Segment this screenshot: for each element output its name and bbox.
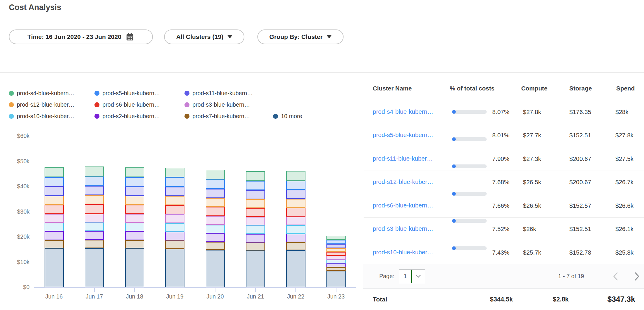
bar-segment-prod-s7-blue-kubern[interactable] — [326, 267, 346, 271]
bar-segment-prod-s6-blue-kubern[interactable] — [326, 252, 346, 256]
bar-segment-prod-s2-blue-kubern[interactable] — [125, 231, 144, 240]
bar-segment-prod-s4-blue-kubern[interactable] — [246, 171, 265, 181]
bar-segment-prod-s3-blue-kubern[interactable] — [165, 214, 184, 223]
legend-item-prod-s6-blue-kubern[interactable]: prod-s6-blue-kubern… — [94, 101, 160, 108]
bar-segment-prod-s10-blue-kuber[interactable] — [326, 260, 346, 263]
bar-segment-prod-s10-blue-kuber[interactable] — [125, 223, 144, 231]
bar-segment-prod-s6-blue-kubern[interactable] — [85, 204, 104, 214]
bar-segment-prod-s12-blue-kuber[interactable] — [246, 199, 265, 208]
bar-segment-prod-s5-blue-kubern[interactable] — [206, 179, 225, 189]
legend-item-prod-s2-blue-kubern[interactable]: prod-s2-blue-kubern… — [94, 112, 160, 120]
cluster-link-prod-s5-blue-kubern[interactable]: prod-s5-blue-kubern… — [373, 131, 433, 138]
bar-segment-prod-s10-blue-kuber[interactable] — [206, 225, 225, 233]
bar-segment-prod-s6-blue-kubern[interactable] — [165, 205, 184, 214]
chevron-right-icon[interactable] — [633, 271, 641, 281]
bar-segment-prod-s6-blue-kubern[interactable] — [45, 205, 64, 214]
legend-item-prod-s5-blue-kubern[interactable]: prod-s5-blue-kubern… — [94, 89, 160, 97]
page-select[interactable]: 1 — [399, 269, 425, 283]
cluster-link-prod-s6-blue-kubern[interactable]: prod-s6-blue-kubern… — [373, 202, 433, 209]
cluster-link-prod-s4-blue-kubern[interactable]: prod-s4-blue-kubern… — [373, 108, 433, 115]
bar-segment-prod-s4-blue-kubern[interactable] — [125, 167, 144, 177]
bar-segment-10-more[interactable] — [125, 248, 144, 287]
bar-segment-prod-s12-blue-kuber[interactable] — [206, 198, 225, 207]
bar-segment-prod-s5-blue-kubern[interactable] — [286, 181, 305, 190]
bar-segment-prod-s2-blue-kubern[interactable] — [246, 234, 265, 243]
bar-segment-prod-s11-blue-kubern[interactable] — [165, 187, 184, 196]
bar-segment-prod-s10-blue-kuber[interactable] — [165, 223, 184, 232]
bar-segment-prod-s11-blue-kubern[interactable] — [286, 190, 305, 199]
bar-segment-prod-s7-blue-kubern[interactable] — [125, 240, 144, 248]
bar-segment-prod-s3-blue-kubern[interactable] — [246, 217, 265, 225]
bar-segment-prod-s5-blue-kubern[interactable] — [85, 177, 104, 186]
group-by-dropdown[interactable]: Group By: Cluster — [257, 29, 344, 44]
bar-segment-prod-s3-blue-kubern[interactable] — [125, 214, 144, 223]
bar-segment-prod-s12-blue-kuber[interactable] — [125, 196, 144, 205]
legend-item-10-more[interactable]: 10 more — [273, 112, 302, 120]
bar-segment-prod-s3-blue-kubern[interactable] — [85, 214, 104, 222]
bar-segment-prod-s6-blue-kubern[interactable] — [286, 208, 305, 217]
bar-segment-prod-s10-blue-kuber[interactable] — [246, 225, 265, 234]
bar-segment-prod-s5-blue-kubern[interactable] — [165, 177, 184, 187]
bar-segment-prod-s4-blue-kubern[interactable] — [206, 170, 225, 179]
bar-segment-prod-s10-blue-kuber[interactable] — [286, 225, 305, 234]
cluster-link-prod-s11-blue-kuber[interactable]: prod-s11-blue-kuber… — [373, 155, 433, 162]
bar-segment-prod-s7-blue-kubern[interactable] — [246, 243, 265, 250]
bar-segment-prod-s2-blue-kubern[interactable] — [45, 231, 64, 240]
bar-segment-prod-s4-blue-kubern[interactable] — [326, 236, 346, 240]
bar-segment-prod-s12-blue-kuber[interactable] — [85, 195, 104, 204]
bar-segment-prod-s11-blue-kubern[interactable] — [206, 189, 225, 198]
legend-item-prod-s11-blue-kubern[interactable]: prod-s11-blue-kubern… — [184, 89, 253, 97]
bar-segment-prod-s12-blue-kuber[interactable] — [286, 199, 305, 208]
bar-segment-prod-s11-blue-kubern[interactable] — [326, 244, 346, 248]
bar-segment-prod-s7-blue-kubern[interactable] — [85, 240, 104, 248]
bar-segment-prod-s11-blue-kubern[interactable] — [125, 187, 144, 196]
bar-segment-prod-s2-blue-kubern[interactable] — [85, 231, 104, 240]
clusters-filter-dropdown[interactable]: All Clusters (19) — [164, 29, 244, 44]
bar-segment-prod-s12-blue-kuber[interactable] — [165, 196, 184, 205]
bar-segment-prod-s12-blue-kuber[interactable] — [326, 248, 346, 252]
bar-segment-prod-s11-blue-kubern[interactable] — [246, 190, 265, 199]
bar-segment-prod-s11-blue-kubern[interactable] — [45, 186, 64, 196]
bar-segment-prod-s3-blue-kubern[interactable] — [286, 217, 305, 225]
bar-segment-prod-s4-blue-kubern[interactable] — [45, 167, 64, 177]
legend-item-prod-s3-blue-kubern[interactable]: prod-s3-blue-kubern… — [184, 101, 250, 108]
bar-segment-prod-s2-blue-kubern[interactable] — [286, 234, 305, 242]
bar-segment-prod-s4-blue-kubern[interactable] — [286, 171, 305, 180]
bar-segment-prod-s10-blue-kuber[interactable] — [45, 223, 64, 231]
bar-segment-10-more[interactable] — [85, 248, 104, 287]
bar-segment-prod-s5-blue-kubern[interactable] — [246, 181, 265, 190]
legend-item-prod-s7-blue-kubern[interactable]: prod-s7-blue-kubern… — [184, 112, 250, 120]
cluster-link-prod-s10-blue-kuber[interactable]: prod-s10-blue-kuber… — [373, 249, 433, 256]
bar-segment-prod-s3-blue-kubern[interactable] — [326, 256, 346, 260]
bar-segment-prod-s4-blue-kubern[interactable] — [165, 168, 184, 177]
bar-segment-prod-s6-blue-kubern[interactable] — [125, 205, 144, 214]
bar-segment-prod-s2-blue-kubern[interactable] — [326, 263, 346, 267]
bar-segment-10-more[interactable] — [165, 249, 184, 287]
bar-segment-prod-s5-blue-kubern[interactable] — [125, 177, 144, 187]
bar-segment-10-more[interactable] — [206, 250, 225, 287]
bar-segment-prod-s7-blue-kubern[interactable] — [286, 242, 305, 250]
bar-segment-prod-s4-blue-kubern[interactable] — [85, 166, 104, 176]
bar-segment-prod-s3-blue-kubern[interactable] — [45, 214, 64, 223]
bar-segment-10-more[interactable] — [326, 271, 346, 287]
legend-item-prod-s4-blue-kubern[interactable]: prod-s4-blue-kubern… — [9, 89, 74, 97]
bar-segment-prod-s2-blue-kubern[interactable] — [206, 233, 225, 242]
bar-segment-prod-s5-blue-kubern[interactable] — [45, 177, 64, 187]
cluster-link-prod-s3-blue-kubern[interactable]: prod-s3-blue-kubern… — [373, 225, 433, 232]
bar-segment-prod-s12-blue-kuber[interactable] — [45, 196, 64, 205]
bar-segment-prod-s7-blue-kubern[interactable] — [45, 240, 64, 248]
time-range-filter[interactable]: Time: 16 Jun 2020 - 23 Jun 2020 — [9, 29, 153, 44]
bar-segment-10-more[interactable] — [246, 250, 265, 287]
bar-segment-prod-s2-blue-kubern[interactable] — [165, 232, 184, 240]
legend-item-prod-s10-blue-kuber[interactable]: prod-s10-blue-kuber… — [9, 112, 74, 120]
bar-segment-prod-s7-blue-kubern[interactable] — [165, 240, 184, 249]
bar-segment-prod-s11-blue-kubern[interactable] — [85, 186, 104, 195]
bar-segment-prod-s7-blue-kubern[interactable] — [206, 242, 225, 250]
bar-segment-prod-s6-blue-kubern[interactable] — [206, 207, 225, 216]
bar-segment-prod-s6-blue-kubern[interactable] — [246, 208, 265, 217]
chevron-left-icon[interactable] — [612, 271, 619, 281]
bar-segment-prod-s3-blue-kubern[interactable] — [206, 216, 225, 225]
bar-segment-prod-s5-blue-kubern[interactable] — [326, 240, 346, 244]
legend-item-prod-s12-blue-kuber[interactable]: prod-s12-blue-kuber… — [9, 101, 74, 108]
bar-segment-10-more[interactable] — [45, 248, 64, 287]
